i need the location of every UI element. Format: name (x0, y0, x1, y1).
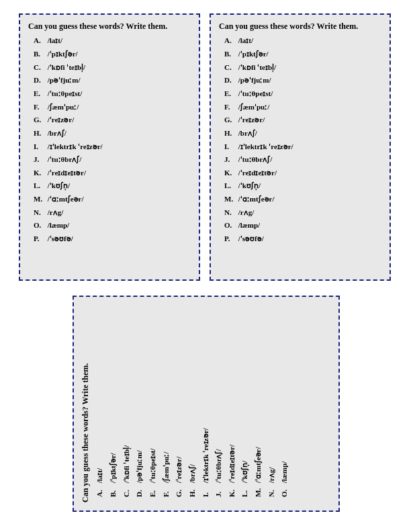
item-label: A. (34, 36, 46, 45)
item-ipa: /pəˈfjuːm/ (236, 76, 271, 84)
item-ipa: /laɪt/ (46, 36, 62, 44)
item-label: J. (224, 155, 236, 164)
word-item: K. /ˈreɪdɪeɪtər/ (34, 169, 191, 177)
item-ipa: /ˈsəʊfə/ (46, 234, 73, 242)
item-ipa: /laɪt/ (95, 468, 103, 485)
item-ipa: /ʃæmˈpuː/ (46, 103, 79, 111)
item-label: M. (34, 195, 46, 204)
item-ipa: /ˈpɪktʃər/ (46, 50, 78, 58)
item-label: I. (224, 142, 236, 151)
item-label: E. (148, 485, 157, 497)
word-item: F. /ʃæmˈpuː/ (224, 103, 381, 112)
word-item: C. /ˈkɒfi ˈteɪbl̩/ (122, 305, 131, 497)
word-item: H. /brʌʃ/ (34, 129, 191, 138)
item-label: F. (34, 103, 46, 112)
word-item: D. /pəˈfjuːm/ (135, 305, 144, 497)
item-label: C. (224, 63, 236, 72)
item-ipa: /ˈɑːmtʃeər/ (254, 447, 262, 485)
item-ipa: /ɪˈlektrɪk ˈreɪzər/ (236, 142, 293, 150)
word-item: A. /laɪt/ (95, 305, 104, 497)
word-item: M. /ˈɑːmtʃeər/ (224, 195, 381, 204)
item-ipa: /ʃæmˈpuː/ (236, 103, 269, 111)
item-label: L. (240, 485, 249, 497)
item-label: M. (224, 195, 236, 204)
item-label: G. (34, 116, 46, 124)
word-item: A. /laɪt/ (34, 36, 191, 45)
item-label: H. (224, 129, 236, 138)
word-item: O. /læmp/ (34, 221, 191, 230)
item-label: P. (224, 234, 236, 243)
word-item: G. /ˈreɪzər/ (224, 116, 381, 124)
item-label: I. (34, 142, 46, 151)
word-item: O. /læmp/ (280, 305, 289, 497)
item-label: G. (175, 485, 183, 497)
word-item: N. /rʌg/ (34, 208, 191, 217)
word-item: L. /ˈkʊʃn̩/ (240, 305, 249, 497)
item-ipa: /ˈpɪktʃər/ (236, 50, 269, 58)
item-ipa: /rʌg/ (236, 208, 254, 216)
item-ipa: /ˈtuːθbrʌʃ/ (46, 155, 81, 163)
item-ipa: /rʌg/ (267, 468, 275, 485)
item-ipa: /ˈkʊʃn̩/ (240, 461, 248, 485)
item-ipa: /læmp/ (46, 221, 69, 229)
word-item: O. /læmp/ (224, 221, 381, 230)
item-ipa: /rʌg/ (46, 208, 63, 216)
item-ipa: /ˈreɪdɪeɪtər/ (228, 445, 236, 485)
item-ipa: /ˈreɪzər/ (236, 116, 265, 124)
item-ipa: /ʃæmˈpuː/ (162, 452, 170, 485)
word-item: J. /ˈtuːθbrʌʃ/ (224, 155, 381, 164)
word-item: F. /ʃæmˈpuː/ (162, 305, 171, 497)
item-label: C. (34, 63, 46, 72)
worksheet-card-2: Can you guess these words? Write them. A… (210, 13, 391, 281)
item-label: L. (34, 181, 46, 190)
item-ipa: /ˈtuːθpeɪst/ (236, 89, 273, 97)
item-label: B. (34, 50, 46, 58)
word-list-2: A. /laɪt/B. /ˈpɪktʃər/C. /ˈkɒfi ˈteɪbl̩/… (219, 36, 381, 242)
item-ipa: /ˈsəʊfə/ (236, 234, 264, 242)
card-title: Can you guess these words? Write them. (81, 305, 90, 502)
word-item: P. /ˈsəʊfə/ (34, 234, 191, 243)
item-ipa: /ˈtuːθpeɪst/ (46, 89, 82, 97)
card-title: Can you guess these words? Write them. (28, 21, 191, 31)
worksheet-card-3-wrap: Can you guess these words? Write them. A… (73, 296, 340, 512)
word-item: J. /ˈtuːθbrʌʃ/ (34, 155, 191, 164)
word-list-3: A. /laɪt/B. /ˈpɪktʃər/C. /ˈkɒfi ˈteɪbl̩/… (95, 305, 289, 502)
item-label: B. (224, 50, 236, 58)
word-item: C. /ˈkɒfi ˈteɪbl̩/ (34, 63, 191, 72)
item-label: P. (34, 234, 46, 243)
item-label: I. (201, 485, 210, 497)
item-ipa: /pəˈfjuːm/ (46, 76, 81, 84)
item-ipa: /brʌʃ/ (46, 129, 66, 137)
word-item: K. /ˈreɪdɪeɪtər/ (224, 169, 381, 177)
word-item: C. /ˈkɒfi ˈteɪbl̩/ (224, 63, 381, 72)
item-label: K. (224, 169, 236, 177)
word-item: G. /ˈreɪzər/ (34, 116, 191, 124)
word-item: F. /ʃæmˈpuː/ (34, 103, 191, 112)
item-ipa: /brʌʃ/ (236, 129, 257, 137)
word-item: M. /ˈɑːmtʃeər/ (254, 305, 263, 497)
item-ipa: /ˈkɒfi ˈteɪbl̩/ (122, 445, 130, 485)
word-item: G. /ˈreɪzər/ (175, 305, 183, 497)
item-label: O. (224, 221, 236, 230)
item-label: H. (34, 129, 46, 138)
item-ipa: /ɪˈlektrɪk ˈreɪzər/ (201, 428, 210, 485)
item-ipa: /brʌʃ/ (188, 464, 196, 485)
item-label: F. (162, 485, 171, 497)
item-ipa: /laɪt/ (236, 36, 253, 44)
item-ipa: /ˈreɪzər/ (46, 116, 74, 124)
item-label: D. (224, 76, 236, 85)
word-item: L. /ˈkʊʃn̩/ (224, 181, 381, 190)
worksheet-card-1: Can you guess these words? Write them. A… (19, 13, 200, 281)
item-label: D. (34, 76, 46, 85)
item-ipa: /ˈkɒfi ˈteɪbl̩/ (46, 63, 85, 71)
item-label: O. (34, 221, 46, 230)
item-ipa: /læmp/ (236, 221, 260, 229)
item-label: D. (135, 485, 144, 497)
item-label: N. (224, 208, 236, 217)
word-item: B. /ˈpɪktʃər/ (109, 305, 118, 497)
word-item: D. /pəˈfjuːm/ (224, 76, 381, 85)
item-ipa: /ɪˈlektrɪk ˈreɪzər/ (46, 142, 103, 150)
word-item: K. /ˈreɪdɪeɪtər/ (228, 305, 236, 497)
word-item: D. /pəˈfjuːm/ (34, 76, 191, 85)
word-list-1: A. /laɪt/B. /ˈpɪktʃər/C. /ˈkɒfi ˈteɪbl̩/… (28, 36, 191, 242)
